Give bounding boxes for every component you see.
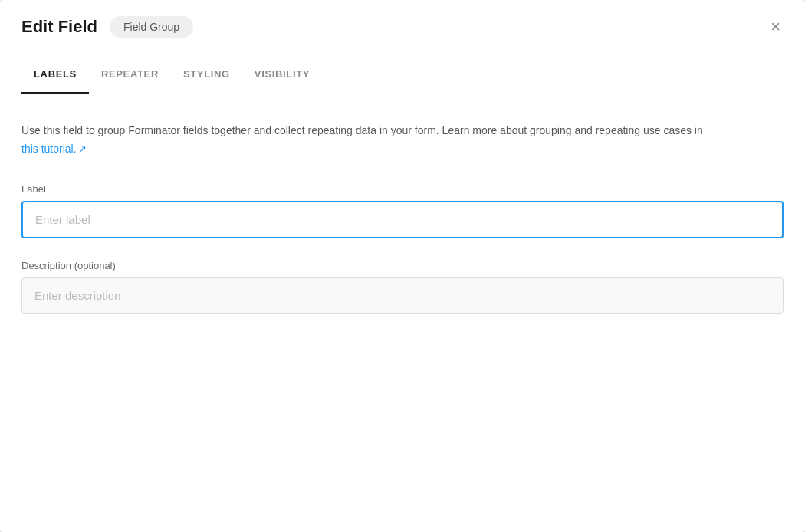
info-text-before-link: Use this field to group Forminator field…: [21, 124, 703, 136]
label-input[interactable]: [21, 201, 784, 238]
tab-repeater[interactable]: REPEATER: [89, 54, 171, 94]
close-icon: ×: [770, 18, 780, 35]
field-group-badge: Field Group: [110, 16, 193, 38]
label-field-label: Label: [21, 183, 784, 195]
description-field-label: Description (optional): [21, 260, 784, 271]
info-paragraph: Use this field to group Forminator field…: [21, 122, 711, 159]
label-field-row: Label: [21, 183, 784, 238]
close-button[interactable]: ×: [767, 15, 784, 38]
edit-field-modal: Edit Field Field Group × LABELS REPEATER…: [0, 0, 805, 532]
description-input[interactable]: [21, 277, 784, 314]
tab-labels[interactable]: LABELS: [21, 54, 89, 94]
tabs-bar: LABELS REPEATER STYLING VISIBILITY: [0, 54, 805, 94]
modal-header: Edit Field Field Group ×: [0, 0, 805, 54]
tab-visibility[interactable]: VISIBILITY: [242, 54, 322, 94]
external-link-icon: ↗: [78, 141, 87, 158]
modal-body: Use this field to group Forminator field…: [0, 94, 805, 532]
description-field-row: Description (optional): [21, 260, 784, 314]
tutorial-link-text: this tutorial.: [21, 143, 77, 155]
tutorial-link[interactable]: this tutorial.: [21, 143, 77, 155]
modal-title: Edit Field: [21, 17, 97, 37]
tab-styling[interactable]: STYLING: [171, 54, 242, 94]
